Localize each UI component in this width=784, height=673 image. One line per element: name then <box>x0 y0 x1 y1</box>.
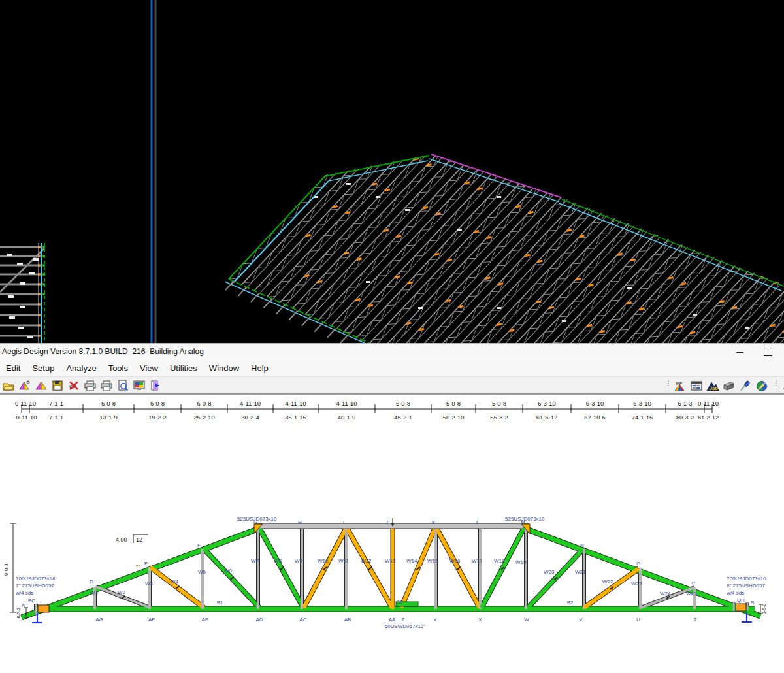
truss-web-line <box>452 229 458 244</box>
menu-item-window[interactable]: Window <box>203 361 245 376</box>
truss-web-line <box>433 308 439 323</box>
truss-web-line <box>659 210 668 210</box>
left-bearing-block[interactable] <box>38 605 49 612</box>
truss-web-line <box>553 317 559 332</box>
truss-web-line <box>587 267 596 268</box>
menu-item-help[interactable]: Help <box>245 361 274 376</box>
save-button[interactable] <box>49 378 65 393</box>
truss-web-line <box>477 131 485 132</box>
design-open-button[interactable] <box>33 378 49 393</box>
web-label-W2: W2 <box>118 589 126 595</box>
truss-web-line <box>625 285 634 286</box>
truss-web-line <box>378 276 386 276</box>
bridging-mark <box>497 324 502 325</box>
truss-web-line <box>714 223 720 238</box>
job-info-button[interactable]: Job <box>704 378 721 393</box>
web-label-W13: W13 <box>385 558 396 564</box>
erase-button[interactable] <box>65 378 82 393</box>
truss-web-line <box>478 169 487 169</box>
truss-web-line <box>545 331 553 332</box>
member-view-button[interactable] <box>721 378 737 393</box>
bridging-mark <box>515 206 521 207</box>
node-label-T1: T1 <box>135 564 142 570</box>
truss-web-line <box>509 150 515 165</box>
station-label: -0-11-10 <box>14 414 37 421</box>
truss-web-line <box>591 184 600 185</box>
menu-item-setup[interactable]: Setup <box>26 361 60 376</box>
menu-item-analyze[interactable]: Analyze <box>60 361 102 376</box>
truss-web-line <box>521 299 529 299</box>
truss-web-line <box>506 276 514 277</box>
truss-web-line <box>693 291 701 291</box>
truss-web-line <box>653 191 659 206</box>
highlight-speck <box>719 235 723 237</box>
truss-web-line <box>410 294 416 309</box>
truss-web-line <box>510 187 516 202</box>
truss-web-line <box>418 129 424 144</box>
truss-web-line <box>685 254 691 269</box>
viewport-3d[interactable] <box>0 0 784 343</box>
truss-drawing[interactable]: 0-11-10-0-11-107-1-17-1-16-0-813-1-96-0-… <box>0 395 784 673</box>
truss-web-line <box>472 150 478 165</box>
highlight-speck <box>366 281 370 283</box>
bridging-mark <box>384 230 389 231</box>
truss-line <box>318 116 510 321</box>
toolbar-grip-2[interactable] <box>774 380 778 393</box>
truss-web-line <box>363 227 368 242</box>
truss-pane[interactable]: 0-11-10-0-11-107-1-17-1-16-0-813-1-96-0-… <box>0 395 784 673</box>
print-button[interactable] <box>82 378 98 393</box>
truss-web-line <box>612 319 620 320</box>
truss-web-line <box>383 212 391 212</box>
toolbar-grip[interactable] <box>666 380 670 393</box>
job-form-button[interactable] <box>688 378 704 393</box>
design-new-button[interactable] <box>16 378 33 393</box>
menu-item-edit[interactable]: Edit <box>0 361 26 376</box>
minimize-button[interactable] <box>736 348 744 356</box>
truss-web-line <box>485 116 491 131</box>
truss-web-line <box>502 202 510 203</box>
truss-web-line <box>710 287 715 302</box>
flat-chord-spec-left: 525USJD073x10 <box>237 516 277 522</box>
truss-web-line <box>495 184 501 199</box>
menu-item-view[interactable]: View <box>134 361 164 376</box>
truss-web-line <box>610 281 619 282</box>
maximize-button[interactable] <box>764 348 772 356</box>
right-bearing-block[interactable] <box>736 604 746 611</box>
truss-web-line <box>440 327 448 327</box>
truss-line <box>280 97 472 303</box>
truss-web-line <box>372 276 378 291</box>
menu-item-utilities[interactable]: Utilities <box>164 361 203 376</box>
bridging-mark <box>395 276 400 278</box>
toolbar-edge-group <box>773 378 784 394</box>
truss-web-line <box>275 282 281 297</box>
truss-web-line <box>335 303 343 303</box>
truss-web-line <box>386 110 395 111</box>
truss-web-line <box>574 301 582 302</box>
job-summary-button[interactable]: job <box>672 378 688 393</box>
bridging-mark <box>486 237 491 238</box>
exit-button[interactable] <box>147 378 163 393</box>
bridging-mark <box>627 303 632 304</box>
menu-item-tools[interactable]: Tools <box>103 361 134 376</box>
truss-partial-button[interactable] <box>779 378 784 393</box>
web-globe-button[interactable] <box>753 378 770 393</box>
truss-line <box>254 86 446 291</box>
truss-web-line <box>725 309 731 324</box>
highlight-speck <box>497 196 501 198</box>
truss-web-line <box>492 310 500 311</box>
truss-web-line <box>529 284 535 299</box>
truss-web-line <box>721 261 730 261</box>
print-preview-button[interactable] <box>114 378 131 393</box>
truss-web-line <box>585 185 591 200</box>
tools-button[interactable] <box>737 378 753 393</box>
window-title: Aegis Design Version 8.7.1.0 BUILD 216 B… <box>0 347 204 356</box>
print-batch-button[interactable] <box>98 378 114 393</box>
truss-web-line <box>645 225 653 225</box>
truss-web-line <box>710 306 716 321</box>
open-button[interactable] <box>0 378 16 393</box>
truss-web-line <box>662 239 668 254</box>
truss-web-line <box>282 255 287 271</box>
truss-web-line <box>370 238 376 254</box>
truss-web-line <box>368 227 377 228</box>
display-settings-button[interactable] <box>131 378 147 393</box>
